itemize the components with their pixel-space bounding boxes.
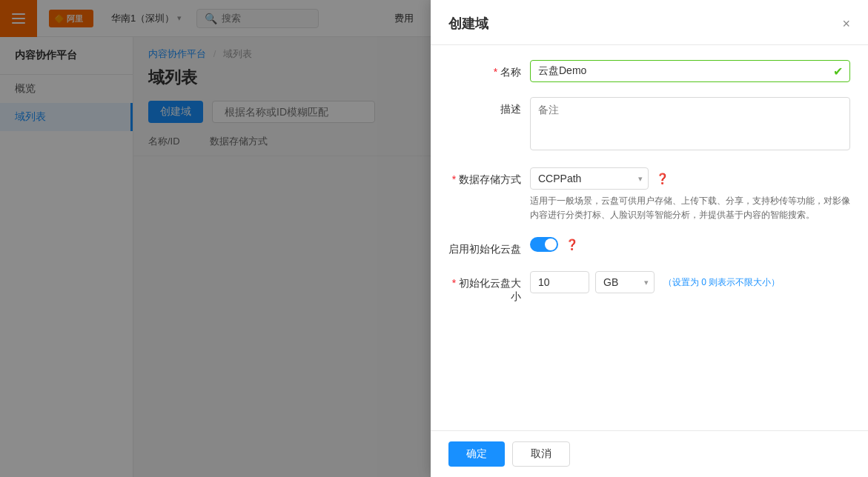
drawer-footer: 确定 取消	[431, 430, 868, 477]
form-content-enable-init: ❓	[530, 237, 850, 252]
size-hint: （设置为 0 则表示不限大小）	[663, 276, 780, 289]
size-row: GB TB ▾ （设置为 0 则表示不限大小）	[530, 271, 850, 293]
form-item-name: 名称 ✔	[448, 60, 850, 82]
form-label-storage: 数据存储方式	[448, 167, 530, 187]
toggle-knob	[545, 238, 557, 250]
form-item-description: 描述	[448, 97, 850, 153]
form-content-name: ✔	[530, 60, 850, 82]
enable-init-toggle[interactable]	[530, 237, 558, 252]
toggle-row: ❓	[530, 237, 850, 252]
form-label-init-size: 初始化云盘大小	[448, 271, 530, 304]
storage-help-icon[interactable]: ❓	[656, 173, 669, 184]
check-icon: ✔	[833, 64, 843, 79]
form-label-enable-init: 启用初始化云盘	[448, 237, 530, 256]
form-content-storage: CCPPath OSS ▾ ❓ 适用于一般场景，云盘可供用户存储、上传下载、分享…	[530, 167, 850, 222]
form-item-storage: 数据存储方式 CCPPath OSS ▾ ❓ 适用于一般场景，云盘可供用户存储、…	[448, 167, 850, 222]
init-size-input[interactable]	[530, 271, 589, 293]
confirm-button[interactable]: 确定	[448, 441, 505, 467]
form-label-description: 描述	[448, 97, 530, 116]
storage-description: 适用于一般场景，云盘可供用户存储、上传下载、分享，支持秒传等功能，对影像内容进行…	[530, 194, 850, 222]
enable-init-help-icon[interactable]: ❓	[566, 238, 578, 250]
form-content-description	[530, 97, 850, 153]
cancel-button[interactable]: 取消	[512, 441, 570, 467]
form-content-init-size: GB TB ▾ （设置为 0 则表示不限大小）	[530, 271, 850, 293]
drawer-title: 创建域	[448, 15, 488, 33]
description-textarea[interactable]	[530, 97, 850, 150]
name-input-wrapper: ✔	[530, 60, 850, 82]
drawer-header: 创建域 ×	[431, 0, 868, 45]
form-item-init-size: 初始化云盘大小 GB TB ▾ （设置为 0 则表示不限大小）	[448, 271, 850, 304]
unit-select[interactable]: GB TB	[595, 271, 655, 293]
create-domain-drawer: 创建域 × 名称 ✔ 描述 数据存储方式	[431, 0, 868, 477]
storage-select-wrapper: CCPPath OSS ▾ ❓	[530, 167, 850, 190]
unit-select-wrapper: GB TB ▾	[595, 271, 655, 293]
form-item-enable-init: 启用初始化云盘 ❓	[448, 237, 850, 256]
drawer-body: 名称 ✔ 描述 数据存储方式 CCPPath	[431, 45, 868, 430]
storage-method-select[interactable]: CCPPath OSS	[530, 167, 649, 190]
name-input[interactable]	[530, 60, 850, 82]
drawer-close-button[interactable]: ×	[842, 16, 850, 32]
form-label-name: 名称	[448, 60, 530, 79]
